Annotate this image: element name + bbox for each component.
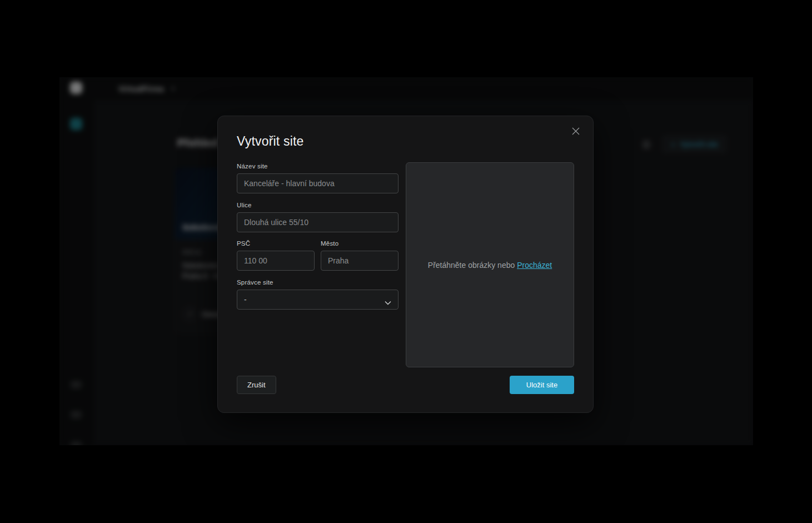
mesto-label: Město — [321, 240, 398, 247]
field-mesto: Město — [321, 240, 398, 271]
modal-title: Vytvořit site — [237, 134, 304, 149]
nazev-site-label: Název site — [237, 163, 398, 170]
spravce-site-select[interactable]: - — [237, 290, 398, 310]
field-spravce-site: Správce site - — [237, 279, 398, 310]
chevron-down-icon — [385, 297, 391, 307]
spravce-site-label: Správce site — [237, 279, 398, 286]
close-icon[interactable] — [571, 126, 581, 136]
ulice-label: Ulice — [237, 202, 398, 208]
mesto-input[interactable] — [321, 251, 398, 271]
page: VirtualFirma ▾ Přehled sites + Vytvořit … — [0, 0, 812, 523]
ulice-input[interactable] — [237, 212, 398, 232]
field-psc: PSČ — [237, 240, 315, 271]
save-site-button[interactable]: Uložit site — [510, 376, 574, 394]
psc-input[interactable] — [237, 251, 315, 271]
image-dropzone[interactable]: Přetáhněte obrázky nebo Procházet — [406, 162, 574, 367]
dropzone-text: Přetáhněte obrázky nebo — [428, 261, 517, 270]
field-psc-mesto-row: PSČ Město — [237, 240, 398, 271]
create-site-modal: Vytvořit site Název site Ulice PSČ Město — [217, 116, 594, 413]
psc-label: PSČ — [237, 240, 315, 247]
field-ulice: Ulice — [237, 202, 398, 232]
spravce-site-value: - — [244, 295, 247, 304]
browse-link[interactable]: Procházet — [517, 261, 552, 270]
nazev-site-input[interactable] — [237, 173, 398, 193]
cancel-button[interactable]: Zrušit — [237, 376, 276, 394]
field-nazev-site: Název site — [237, 163, 398, 193]
